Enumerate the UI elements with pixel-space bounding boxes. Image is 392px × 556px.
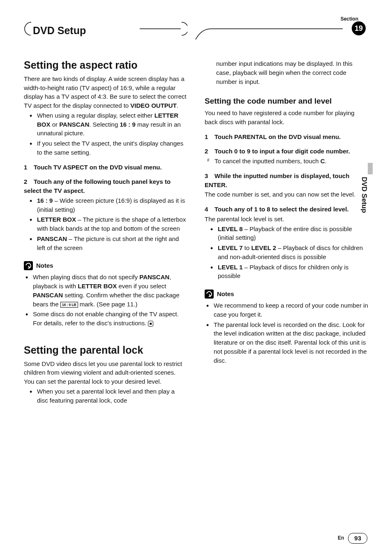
- notes-header-left: Notes: [24, 261, 187, 270]
- level-1: LEVEL 1 – Playback of discs for children…: [218, 263, 368, 281]
- carry-over-text: number input indications may be displaye…: [216, 59, 368, 86]
- heading-code-level: Setting the code number and level: [205, 97, 368, 106]
- aspect-step-2: 2Touch any of the following touch panel …: [24, 177, 187, 195]
- aspect-bullet-1: When using a regular display, select eit…: [37, 111, 187, 138]
- pencil-icon: [24, 261, 33, 270]
- code-step-3: 3While the inputted number is displayed,…: [205, 171, 368, 190]
- code-step-3-body: The code number is set, and you can now …: [205, 190, 368, 199]
- page-footer: En 93: [338, 533, 367, 544]
- notes-list-left: When playing discs that do not specify P…: [24, 273, 187, 328]
- chapter-title: DVD Setup: [33, 23, 86, 38]
- notes-label-right: Notes: [217, 290, 234, 299]
- left-column: Setting the aspect ratio There are two k…: [24, 59, 187, 406]
- aspect-intro-end: .: [177, 102, 178, 109]
- aspect-intro: There are two kinds of display. A wide s…: [24, 74, 187, 110]
- aspect-bullets: When using a regular display, select eit…: [24, 111, 187, 157]
- note-left-1: When playing discs that do not specify P…: [33, 273, 187, 308]
- note-left-2: Some discs do not enable changing of the…: [33, 310, 187, 328]
- aspect-option-list: 16 : 9 – Wide screen picture (16:9) is d…: [24, 196, 187, 253]
- level-7-to-2: LEVEL 7 to LEVEL 2 – Playback of discs f…: [218, 243, 368, 262]
- notes-list-right: We recommend to keep a record of your co…: [205, 301, 368, 365]
- level-list: LEVEL 8 – Playback of the entire disc is…: [205, 225, 368, 281]
- code-intro: You need to have registered a code numbe…: [205, 109, 368, 127]
- side-tab-stub: [368, 163, 373, 174]
- side-tab-label: DVD Setup: [359, 177, 369, 213]
- parental-intro: Some DVD video discs let you use parenta…: [24, 359, 187, 386]
- parental-bullet-1: When you set a parental lock level and t…: [37, 387, 187, 405]
- note-right-1: We recommend to keep a record of your co…: [214, 301, 368, 319]
- level-8: LEVEL 8 – Playback of the entire disc is…: [218, 225, 368, 243]
- code-step-1: 1Touch PARENTAL on the DVD visual menu.: [205, 132, 368, 141]
- header-curve-right: [195, 25, 367, 41]
- code-step-2: 2Touch 0 to 9 to input a four digit code…: [205, 147, 368, 156]
- page-number: 93: [348, 533, 367, 544]
- aspect-step-1: 1Touch TV ASPECT on the DVD visual menu.: [24, 163, 187, 172]
- aspect-mark-box: 16 : 9 LB: [60, 302, 78, 308]
- option-16-9: 16 : 9 – Wide screen picture (16:9) is d…: [37, 196, 187, 214]
- end-mark-icon: ■: [148, 321, 153, 327]
- right-column: number input indications may be displaye…: [205, 59, 368, 406]
- option-letter-box: LETTER BOX – The picture is the shape of…: [37, 215, 187, 233]
- section-number-badge: 19: [352, 21, 366, 35]
- parental-bullets: When you set a parental lock level and t…: [24, 387, 187, 405]
- footer-lang: En: [338, 535, 344, 542]
- aspect-bullet-2: If you select the TV aspect, the unit's …: [37, 139, 187, 157]
- code-step-4-body: The parental lock level is set.: [205, 215, 368, 224]
- code-step-4: 4Touch any of 1 to 8 to select the desir…: [205, 205, 368, 214]
- pencil-icon: [205, 290, 214, 299]
- notes-label-left: Notes: [36, 261, 53, 270]
- option-panscan: PANSCAN – The picture is cut short at th…: [37, 234, 187, 253]
- cancel-hint-list: To cancel the inputted numbers, touch C.: [205, 157, 368, 166]
- header-bracket-left-close: [140, 21, 187, 36]
- heading-aspect-ratio: Setting the aspect ratio: [24, 59, 187, 71]
- cancel-hint: To cancel the inputted numbers, touch C.: [214, 157, 368, 166]
- heading-parental-lock: Setting the parental lock: [24, 344, 187, 356]
- video-output-bold: VIDEO OUTPUT: [130, 102, 177, 109]
- note-right-2: The parental lock level is recorded on t…: [214, 320, 368, 365]
- notes-header-right: Notes: [205, 290, 368, 299]
